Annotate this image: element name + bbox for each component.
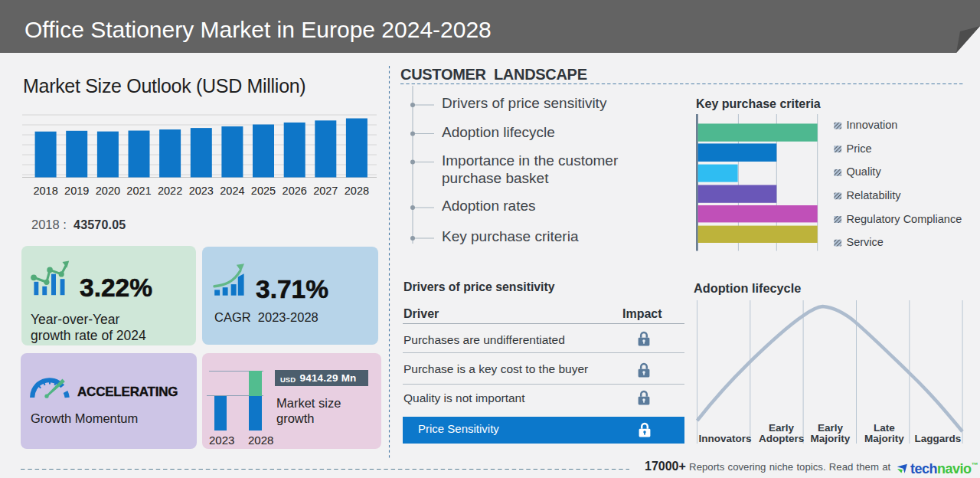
svg-text:Majority: Majority: [864, 433, 904, 444]
svg-text:2019: 2019: [64, 185, 89, 197]
svg-text:2023: 2023: [209, 434, 234, 447]
svg-text:Innovators: Innovators: [698, 433, 751, 444]
svg-text:2026: 2026: [283, 185, 307, 197]
svg-text:2022: 2022: [158, 185, 182, 197]
svg-text:2021: 2021: [126, 185, 151, 197]
svg-text:Innovation: Innovation: [847, 119, 898, 131]
svg-text:Early: Early: [818, 422, 844, 434]
svg-text:Early: Early: [769, 422, 795, 434]
svg-text:Laggards: Laggards: [915, 433, 962, 444]
svg-text:Majority: Majority: [811, 433, 851, 444]
svg-text:Late: Late: [874, 422, 895, 434]
svg-text:2024: 2024: [220, 185, 244, 197]
svg-text:2028: 2028: [248, 434, 273, 447]
svg-text:Price: Price: [847, 142, 872, 155]
svg-text:Relatability: Relatability: [847, 189, 902, 201]
svg-text:Quality: Quality: [847, 165, 882, 178]
svg-text:Service: Service: [847, 236, 884, 248]
svg-text:Adopters: Adopters: [759, 433, 804, 444]
svg-text:Regulatory Compliance: Regulatory Compliance: [847, 213, 962, 225]
svg-text:2023: 2023: [189, 185, 214, 197]
svg-text:2027: 2027: [313, 185, 338, 197]
svg-text:2018: 2018: [33, 185, 57, 197]
svg-text:2028: 2028: [345, 185, 369, 197]
svg-text:2025: 2025: [251, 185, 276, 197]
svg-text:2020: 2020: [96, 185, 120, 197]
